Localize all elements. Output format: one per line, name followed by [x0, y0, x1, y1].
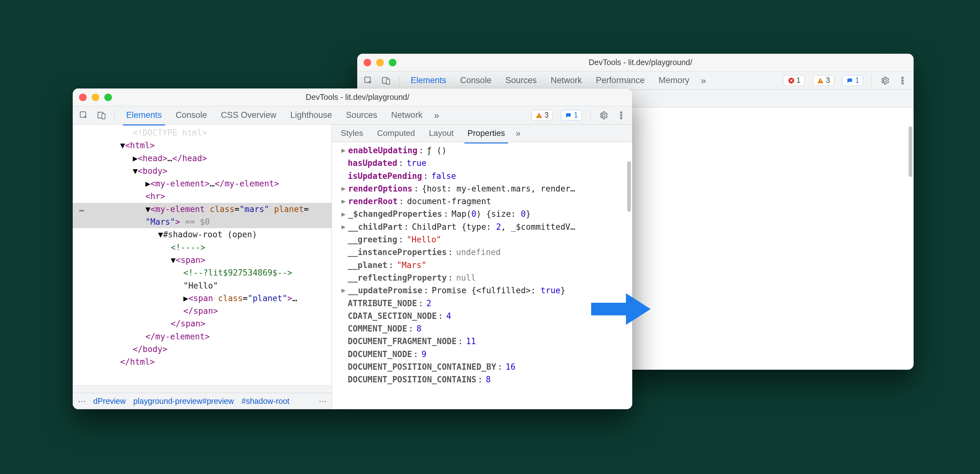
dom-line[interactable]: </span> [73, 305, 332, 317]
dom-line[interactable]: </my-element> [73, 330, 332, 343]
message-count: 1 [855, 76, 859, 85]
sidebar-tab-styles[interactable]: Styles [337, 124, 366, 143]
property-row[interactable]: ▶renderRoot:document-fragment [335, 195, 632, 208]
devtools-tabs: ElementsConsoleSourcesNetworkPerformance… [407, 71, 693, 90]
device-toggle-icon[interactable] [97, 111, 106, 120]
dom-line[interactable]: ▶<my-element>…</my-element> [73, 177, 332, 190]
warning-count: 3 [544, 111, 549, 119]
tab-console[interactable]: Console [457, 71, 495, 90]
properties-panel[interactable]: ▶enableUpdating:ƒ ()hasUpdated:trueisUpd… [332, 142, 632, 388]
dom-line[interactable]: ▶<span class="planet">… [73, 292, 332, 305]
error-count: 1 [797, 76, 801, 85]
property-row[interactable]: DOCUMENT_POSITION_CONTAINED_BY:16 [335, 361, 632, 373]
property-row[interactable]: DOCUMENT_POSITION_CONTAINS:8 [335, 373, 632, 386]
property-row[interactable]: ▶__updatePromise:Promise {<fulfilled>: t… [335, 284, 632, 297]
tab-performance[interactable]: Performance [593, 71, 648, 90]
dom-tree[interactable]: <!DOCTYPE html> ▼<html> ▶<head>…</head> … [73, 124, 332, 372]
message-count: 1 [574, 111, 578, 119]
device-toggle-icon[interactable] [381, 76, 391, 85]
settings-icon[interactable] [599, 111, 608, 120]
warning-count: 3 [826, 76, 830, 85]
close-icon[interactable] [79, 94, 87, 101]
svg-point-16 [620, 117, 622, 119]
dom-line[interactable]: <!----> [73, 241, 332, 254]
dom-line[interactable]: ▶<head>…</head> [73, 152, 332, 165]
property-row[interactable]: hasUpdated:true [335, 157, 632, 169]
property-row[interactable]: DOCUMENT_FRAGMENT_NODE:11 [335, 335, 632, 348]
kebab-menu-icon[interactable] [898, 76, 907, 85]
dom-line[interactable]: <!DOCTYPE html> [73, 126, 332, 139]
tab-sources[interactable]: Sources [343, 106, 380, 125]
scrollbar[interactable] [627, 161, 631, 212]
property-row[interactable]: __planet:"Mars" [335, 259, 632, 272]
dom-line[interactable]: ▼#shadow-root (open) [73, 228, 332, 241]
svg-point-8 [902, 83, 904, 84]
scrollbar[interactable] [908, 126, 912, 177]
close-icon[interactable] [364, 59, 371, 66]
svg-point-15 [620, 115, 622, 116]
svg-rect-2 [386, 79, 390, 84]
tab-elements[interactable]: Elements [123, 106, 165, 126]
h-scrollbar[interactable] [73, 385, 332, 393]
more-tabs-icon[interactable]: » [434, 110, 439, 121]
svg-rect-13 [539, 117, 539, 117]
message-badge[interactable]: 1 [561, 110, 582, 121]
devtools-tabs: ElementsConsoleCSS OverviewLighthouseSou… [123, 106, 425, 125]
property-row[interactable]: ▶__childPart:ChildPart {type: 2, _$commi… [335, 221, 632, 233]
tab-network[interactable]: Network [388, 106, 425, 125]
dom-line[interactable]: ▼<html> [73, 139, 332, 152]
sidebar-tab-layout[interactable]: Layout [426, 124, 457, 143]
more-tabs-icon[interactable]: » [701, 75, 706, 86]
property-row[interactable]: __instanceProperties:undefined [335, 246, 632, 258]
breadcrumb-overflow-left[interactable]: ⋯ [78, 396, 86, 406]
minimize-icon[interactable] [376, 59, 384, 66]
titlebar: DevTools - lit.dev/playground/ [73, 89, 632, 106]
property-row[interactable]: CDATA_SECTION_NODE:4 [335, 310, 632, 322]
property-row[interactable]: ▶enableUpdating:ƒ () [335, 144, 632, 157]
tab-lighthouse[interactable]: Lighthouse [287, 106, 335, 125]
tab-memory[interactable]: Memory [655, 71, 693, 90]
warning-badge[interactable]: 3 [531, 110, 553, 121]
selected-node[interactable]: ⋯ ▼<my-element class="mars" planet= "Mar… [73, 203, 332, 229]
dom-line[interactable]: <hr> [73, 190, 332, 202]
breadcrumb-item[interactable]: dPreview [93, 396, 126, 406]
kebab-menu-icon[interactable] [616, 111, 626, 120]
property-row[interactable]: ▶renderOptions:{host: my-element.mars, r… [335, 182, 632, 195]
sidebar-tabs: StylesComputedLayoutProperties» [332, 124, 632, 142]
tab-console[interactable]: Console [173, 106, 210, 125]
inspect-icon[interactable] [364, 76, 373, 85]
tab-elements[interactable]: Elements [407, 71, 450, 91]
dom-line[interactable]: <!--?lit$927534869$--> [73, 266, 332, 279]
error-badge[interactable]: 1 [784, 75, 805, 86]
dom-line[interactable]: ▼<body> [73, 165, 332, 177]
dom-line[interactable]: </body> [73, 343, 332, 355]
tab-css-overview[interactable]: CSS Overview [218, 106, 280, 125]
svg-rect-4 [820, 80, 821, 81]
property-row[interactable]: __reflectingProperty:null [335, 272, 632, 284]
dom-line[interactable]: </html> [73, 355, 332, 368]
dom-line[interactable]: </span> [73, 317, 332, 330]
dom-line[interactable]: ▼<span> [73, 254, 332, 266]
tab-sources[interactable]: Sources [502, 71, 540, 90]
zoom-icon[interactable] [104, 94, 112, 101]
dom-line[interactable]: "Hello" [73, 279, 332, 292]
breadcrumb-item[interactable]: playground-preview#preview [134, 396, 234, 406]
property-row[interactable]: ▶_$changedProperties:Map(0) {size: 0} [335, 208, 632, 220]
property-row[interactable]: isUpdatePending:false [335, 170, 632, 182]
breadcrumb-item[interactable]: #shadow-root [242, 396, 289, 406]
zoom-icon[interactable] [389, 59, 396, 66]
message-badge[interactable]: 1 [842, 75, 863, 86]
warning-badge[interactable]: 3 [813, 75, 834, 86]
property-row[interactable]: __greeting:"Hello" [335, 233, 632, 246]
sidebar-tab-properties[interactable]: Properties [465, 124, 508, 143]
sidebar-tab-computed[interactable]: Computed [374, 124, 418, 143]
inspect-icon[interactable] [79, 111, 89, 120]
breadcrumb-overflow-right[interactable]: ⋯ [319, 396, 326, 406]
property-row[interactable]: ATTRIBUTE_NODE:2 [335, 297, 632, 310]
minimize-icon[interactable] [92, 94, 99, 101]
property-row[interactable]: COMMENT_NODE:8 [335, 322, 632, 335]
property-row[interactable]: DOCUMENT_NODE:9 [335, 348, 632, 361]
settings-icon[interactable] [880, 76, 889, 85]
tab-network[interactable]: Network [547, 71, 585, 90]
more-tabs-icon[interactable]: » [515, 128, 521, 138]
